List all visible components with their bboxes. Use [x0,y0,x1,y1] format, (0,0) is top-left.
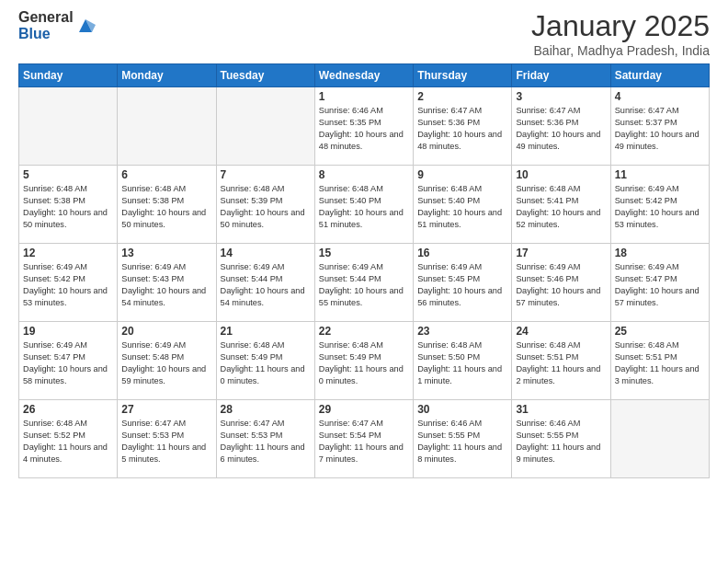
cell-info: Sunrise: 6:48 AMSunset: 5:51 PMDaylight:… [516,339,606,387]
cell-info: Sunrise: 6:46 AMSunset: 5:55 PMDaylight:… [417,418,507,465]
day-number: 9 [417,168,507,181]
header-saturday: Saturday [610,64,709,87]
cell-info: Sunrise: 6:48 AMSunset: 5:49 PMDaylight:… [221,339,311,387]
sunrise-text: Sunrise: 6:48 AM [516,183,606,195]
daylight-text: Daylight: 10 hours and 53 minutes. [23,285,113,309]
day-number: 31 [516,403,606,416]
sunrise-text: Sunrise: 6:48 AM [221,339,311,351]
sunrise-text: Sunrise: 6:49 AM [23,261,113,273]
table-row: 3Sunrise: 6:47 AMSunset: 5:36 PMDaylight… [512,87,610,166]
sunset-text: Sunset: 5:53 PM [221,430,311,442]
daylight-text: Daylight: 11 hours and 8 minutes. [417,442,507,465]
sunset-text: Sunset: 5:51 PM [516,351,606,363]
table-row [610,400,709,478]
day-number: 21 [221,325,311,338]
month-title: January 2025 [531,9,710,43]
sunset-text: Sunset: 5:42 PM [615,195,705,207]
cell-info: Sunrise: 6:48 AMSunset: 5:40 PMDaylight:… [319,183,409,231]
cell-info: Sunrise: 6:49 AMSunset: 5:43 PMDaylight:… [121,261,211,309]
cell-info: Sunrise: 6:48 AMSunset: 5:38 PMDaylight:… [23,183,113,231]
day-number: 29 [319,403,409,416]
day-number: 2 [417,90,507,103]
daylight-text: Daylight: 11 hours and 0 minutes. [221,363,311,387]
sunrise-text: Sunrise: 6:49 AM [121,261,211,273]
table-row: 6Sunrise: 6:48 AMSunset: 5:38 PMDaylight… [118,166,216,244]
sunset-text: Sunset: 5:49 PM [221,351,311,363]
table-row: 20Sunrise: 6:49 AMSunset: 5:48 PMDayligh… [118,322,216,400]
sunset-text: Sunset: 5:44 PM [221,273,311,285]
cell-info: Sunrise: 6:48 AMSunset: 5:49 PMDaylight:… [319,339,409,387]
sunrise-text: Sunrise: 6:46 AM [319,105,409,117]
sunrise-text: Sunrise: 6:47 AM [516,105,606,117]
cell-info: Sunrise: 6:48 AMSunset: 5:50 PMDaylight:… [417,339,507,387]
table-row: 28Sunrise: 6:47 AMSunset: 5:53 PMDayligh… [216,400,314,478]
daylight-text: Daylight: 10 hours and 56 minutes. [417,285,507,309]
sunrise-text: Sunrise: 6:46 AM [417,418,507,430]
sunrise-text: Sunrise: 6:47 AM [121,418,211,430]
daylight-text: Daylight: 10 hours and 54 minutes. [121,285,211,309]
table-row: 15Sunrise: 6:49 AMSunset: 5:44 PMDayligh… [314,244,413,322]
daylight-text: Daylight: 11 hours and 6 minutes. [221,442,311,465]
sunset-text: Sunset: 5:54 PM [319,430,409,442]
table-row: 30Sunrise: 6:46 AMSunset: 5:55 PMDayligh… [414,400,512,478]
day-number: 4 [615,90,705,103]
sunrise-text: Sunrise: 6:48 AM [121,183,211,195]
sunrise-text: Sunrise: 6:46 AM [516,418,606,430]
day-headers-row: Sunday Monday Tuesday Wednesday Thursday… [19,64,710,87]
sunset-text: Sunset: 5:52 PM [23,430,113,442]
table-row: 8Sunrise: 6:48 AMSunset: 5:40 PMDaylight… [314,166,413,244]
sunset-text: Sunset: 5:55 PM [417,430,507,442]
sunset-text: Sunset: 5:45 PM [417,273,507,285]
day-number: 1 [319,90,409,103]
sunset-text: Sunset: 5:50 PM [417,351,507,363]
daylight-text: Daylight: 10 hours and 48 minutes. [417,129,507,153]
day-number: 8 [319,168,409,181]
sunrise-text: Sunrise: 6:48 AM [319,183,409,195]
logo-icon [75,16,96,36]
table-row: 27Sunrise: 6:47 AMSunset: 5:53 PMDayligh… [118,400,216,478]
day-number: 13 [121,247,211,259]
cell-info: Sunrise: 6:48 AMSunset: 5:52 PMDaylight:… [23,418,113,465]
day-number: 5 [23,168,113,181]
table-row: 4Sunrise: 6:47 AMSunset: 5:37 PMDaylight… [610,87,709,166]
daylight-text: Daylight: 11 hours and 2 minutes. [516,363,606,387]
daylight-text: Daylight: 10 hours and 57 minutes. [516,285,606,309]
daylight-text: Daylight: 10 hours and 51 minutes. [319,207,409,231]
table-row [118,87,216,166]
table-row: 9Sunrise: 6:48 AMSunset: 5:40 PMDaylight… [414,166,512,244]
logo-blue: Blue [18,26,74,42]
day-number: 6 [121,168,211,181]
sunset-text: Sunset: 5:36 PM [417,117,507,129]
daylight-text: Daylight: 11 hours and 9 minutes. [516,442,606,465]
cell-info: Sunrise: 6:47 AMSunset: 5:54 PMDaylight:… [319,418,409,465]
table-row: 26Sunrise: 6:48 AMSunset: 5:52 PMDayligh… [19,400,118,478]
sunrise-text: Sunrise: 6:48 AM [23,418,113,430]
cell-info: Sunrise: 6:49 AMSunset: 5:47 PMDaylight:… [615,261,705,309]
sunrise-text: Sunrise: 6:49 AM [615,183,705,195]
week-row-5: 26Sunrise: 6:48 AMSunset: 5:52 PMDayligh… [19,400,710,478]
sunset-text: Sunset: 5:47 PM [615,273,705,285]
table-row: 25Sunrise: 6:48 AMSunset: 5:51 PMDayligh… [610,322,709,400]
cell-info: Sunrise: 6:47 AMSunset: 5:36 PMDaylight:… [516,105,606,153]
table-row: 11Sunrise: 6:49 AMSunset: 5:42 PMDayligh… [610,166,709,244]
cell-info: Sunrise: 6:47 AMSunset: 5:36 PMDaylight:… [417,105,507,153]
day-number: 3 [516,90,606,103]
table-row: 23Sunrise: 6:48 AMSunset: 5:50 PMDayligh… [414,322,512,400]
daylight-text: Daylight: 10 hours and 50 minutes. [221,207,311,231]
sunset-text: Sunset: 5:51 PM [615,351,705,363]
day-number: 30 [417,403,507,416]
sunset-text: Sunset: 5:38 PM [23,195,113,207]
day-number: 12 [23,247,113,259]
cell-info: Sunrise: 6:49 AMSunset: 5:44 PMDaylight:… [221,261,311,309]
daylight-text: Daylight: 10 hours and 58 minutes. [23,363,113,387]
sunrise-text: Sunrise: 6:47 AM [615,105,705,117]
table-row: 2Sunrise: 6:47 AMSunset: 5:36 PMDaylight… [414,87,512,166]
table-row: 13Sunrise: 6:49 AMSunset: 5:43 PMDayligh… [118,244,216,322]
daylight-text: Daylight: 10 hours and 49 minutes. [615,129,705,153]
cell-info: Sunrise: 6:49 AMSunset: 5:42 PMDaylight:… [23,261,113,309]
table-row: 17Sunrise: 6:49 AMSunset: 5:46 PMDayligh… [512,244,610,322]
calendar-table: Sunday Monday Tuesday Wednesday Thursday… [18,63,710,478]
cell-info: Sunrise: 6:49 AMSunset: 5:47 PMDaylight:… [23,339,113,387]
header-sunday: Sunday [19,64,118,87]
cell-info: Sunrise: 6:46 AMSunset: 5:35 PMDaylight:… [319,105,409,153]
